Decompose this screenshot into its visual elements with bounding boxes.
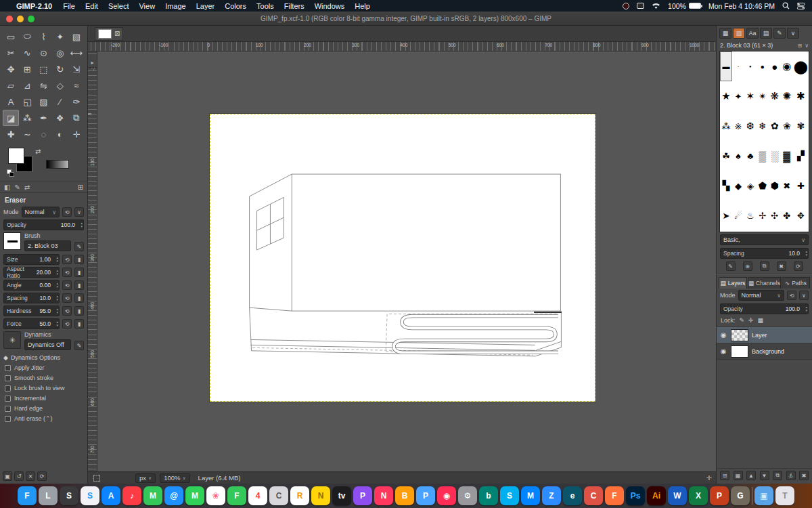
tool-options-button[interactable]: ⟳: [37, 471, 47, 481]
brush-swatch[interactable]: ♨: [744, 200, 757, 230]
tool-option-slider[interactable]: Angle 0.00 ▴▾: [3, 280, 60, 291]
menubar-menu-item[interactable]: View: [139, 2, 155, 10]
gradient-preview[interactable]: [46, 160, 69, 169]
dock-app-icon[interactable]: M: [143, 486, 162, 505]
image-canvas[interactable]: [210, 114, 595, 402]
dock-app-icon[interactable]: R: [290, 486, 309, 505]
tool-button[interactable]: ⇲: [68, 61, 85, 77]
panel-menu-icon[interactable]: ⊞: [78, 184, 83, 191]
ruler-corner-menu[interactable]: ▸: [88, 58, 97, 68]
menubar-menu-item[interactable]: Layer: [196, 2, 215, 10]
control-center-icon[interactable]: [797, 3, 805, 9]
tool-button[interactable]: ◌: [35, 126, 51, 142]
dock-app-icon[interactable]: W: [668, 486, 687, 505]
link-dynamics-button[interactable]: ▮: [74, 293, 84, 303]
opacity-slider[interactable]: Opacity 100.0 ▴▾: [3, 219, 84, 230]
brush-swatch[interactable]: ♣: [744, 141, 757, 171]
dockable-tab-icon[interactable]: ∨: [787, 28, 799, 39]
tool-button[interactable]: ↻: [52, 61, 68, 77]
tool-button[interactable]: ⬭: [19, 28, 35, 45]
tool-button[interactable]: ⇋: [35, 77, 51, 93]
dockable-tab-icon[interactable]: ▦: [719, 28, 731, 39]
dockable-tab-icon[interactable]: ✎: [773, 28, 786, 39]
reset-option-button[interactable]: ⟲: [62, 319, 72, 329]
menubar-menu-item[interactable]: File: [63, 2, 75, 10]
tool-button[interactable]: ▱: [3, 77, 19, 93]
reset-option-button[interactable]: ⟲: [62, 255, 72, 264]
dock-app-icon[interactable]: P: [710, 486, 729, 505]
navigation-button[interactable]: ✛: [706, 474, 712, 482]
tool-button[interactable]: ✂: [3, 45, 19, 61]
brush-thumbnail[interactable]: [3, 232, 21, 250]
brush-swatch[interactable]: ☘: [720, 141, 732, 171]
brush-swatch[interactable]: ✤: [781, 200, 793, 230]
brush-swatch[interactable]: ⬢: [769, 171, 781, 200]
close-window-button[interactable]: [6, 16, 13, 22]
menubar-menu-item[interactable]: Tools: [256, 2, 274, 10]
dock-app-icon[interactable]: e: [563, 486, 582, 505]
tool-option-slider[interactable]: Hardness 95.0 ▴▾: [3, 305, 60, 316]
tool-button[interactable]: ⧉: [68, 110, 85, 126]
dock-app-icon[interactable]: B: [395, 486, 414, 505]
layer-action-button[interactable]: ▦: [734, 471, 743, 480]
brush-group-dropdown[interactable]: Basic, ∨: [720, 234, 809, 245]
tool-button[interactable]: ∿: [19, 45, 35, 61]
brush-swatch[interactable]: ▒: [757, 141, 769, 171]
tool-button[interactable]: ◇: [52, 77, 68, 93]
layer-mode-menu-button[interactable]: ∨: [799, 291, 809, 300]
tool-button[interactable]: ❖: [52, 110, 68, 126]
swap-colors-icon[interactable]: ⇄: [35, 148, 41, 155]
dock-app-icon[interactable]: F: [18, 486, 37, 505]
dock-app-icon[interactable]: P: [416, 486, 435, 505]
brush-swatch[interactable]: ✦: [732, 81, 744, 111]
tool-button[interactable]: ◱: [19, 93, 35, 110]
checkbox-row[interactable]: Apply Jitter: [3, 364, 84, 371]
tool-button[interactable]: ▨: [35, 93, 51, 110]
link-dynamics-button[interactable]: ▮: [74, 255, 84, 264]
menubar-app-name[interactable]: GIMP-2.10: [16, 2, 52, 10]
brush-swatch[interactable]: ❄: [757, 111, 769, 141]
checkbox-row[interactable]: Incremental: [3, 395, 84, 402]
chevron-down-icon[interactable]: ∨: [805, 43, 809, 49]
dock-app-icon[interactable]: 4: [248, 486, 267, 505]
dock-app-icon[interactable]: ♪: [122, 486, 141, 505]
dock-app-icon[interactable]: ▣: [754, 486, 773, 505]
brush-swatch[interactable]: ★: [720, 81, 732, 111]
brush-swatch[interactable]: ●: [769, 51, 781, 81]
layer-action-button[interactable]: ⊞: [720, 471, 729, 480]
panel-tab[interactable]: ▤ Layers: [719, 277, 747, 289]
quick-mask-toggle[interactable]: [93, 475, 100, 482]
tool-button[interactable]: ⁂: [19, 110, 35, 126]
brush-swatch[interactable]: ✖: [781, 171, 793, 200]
tool-button[interactable]: ◐: [52, 126, 68, 142]
tool-option-slider[interactable]: Aspect Ratio 20.00 ▴▾: [3, 267, 60, 278]
spinner-icons[interactable]: ▴▾: [56, 280, 58, 290]
brush-swatch[interactable]: ✴: [757, 81, 769, 111]
checkbox[interactable]: [5, 416, 11, 422]
tool-options-button[interactable]: ▣: [3, 471, 12, 481]
tool-button[interactable]: ⬚: [35, 61, 51, 77]
brush-swatch[interactable]: ▞: [793, 141, 809, 171]
brush-action-button[interactable]: ⟳: [794, 261, 803, 271]
tool-button[interactable]: ▧: [68, 28, 85, 45]
layer-row[interactable]: ◉ Layer: [717, 327, 812, 343]
spotlight-icon[interactable]: [782, 2, 790, 9]
tool-button[interactable]: ✦: [52, 28, 68, 45]
tool-button[interactable]: ✚: [3, 126, 19, 142]
mode-menu-button[interactable]: ∨: [74, 207, 84, 217]
spinner-icons[interactable]: ▴▾: [56, 306, 58, 316]
brush-spacing-slider[interactable]: Spacing 10.0 ▴▾: [720, 248, 809, 259]
dock-app-icon[interactable]: F: [605, 486, 624, 505]
brush-swatch[interactable]: ◆: [732, 171, 744, 200]
dock-app-icon[interactable]: N: [311, 486, 330, 505]
device-status-tab-icon[interactable]: ✎: [14, 184, 20, 191]
brush-swatch[interactable]: ▓: [781, 141, 793, 171]
dock-app-icon[interactable]: C: [584, 486, 603, 505]
brush-swatch[interactable]: ❀: [781, 111, 793, 141]
tool-button[interactable]: ⊿: [19, 77, 35, 93]
brush-swatch[interactable]: ✥: [793, 200, 809, 230]
spinner-icons[interactable]: ▴▾: [56, 293, 58, 303]
layer-action-button[interactable]: ⧉: [773, 471, 782, 480]
screen-record-icon[interactable]: [623, 3, 629, 9]
image-tab[interactable]: ⊠: [95, 27, 123, 41]
